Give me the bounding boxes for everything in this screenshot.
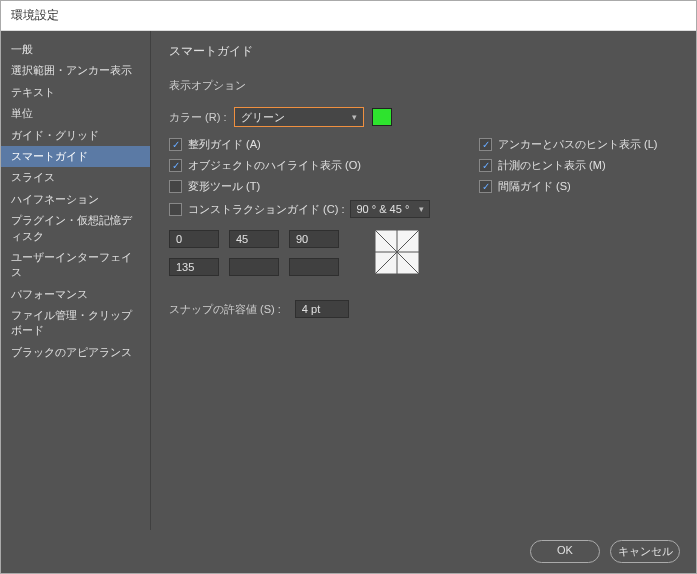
panel-title: スマートガイド (169, 43, 678, 60)
sidebar-item[interactable]: 一般 (1, 39, 150, 60)
sidebar-item[interactable]: プラグイン・仮想記憶ディスク (1, 210, 150, 247)
checkbox[interactable]: ✓ (479, 138, 492, 151)
sidebar-item[interactable]: 選択範囲・アンカー表示 (1, 60, 150, 81)
sidebar-item[interactable]: パフォーマンス (1, 284, 150, 305)
color-select-value: グリーン (241, 110, 285, 125)
chevron-down-icon: ▾ (352, 112, 357, 122)
snap-input[interactable]: 4 pt (295, 300, 349, 318)
color-label: カラー (R) : (169, 110, 226, 125)
sidebar-item[interactable]: ファイル管理・クリップボード (1, 305, 150, 342)
sidebar-item[interactable]: 単位 (1, 103, 150, 124)
checkbox[interactable] (169, 180, 182, 193)
color-swatch (372, 108, 392, 126)
angle-input[interactable] (229, 258, 279, 276)
ok-button[interactable]: OK (530, 540, 600, 563)
checkbox-label: コンストラクションガイド (C) : (188, 202, 344, 217)
sidebar-item[interactable]: ガイド・グリッド (1, 125, 150, 146)
checkbox[interactable]: ✓ (479, 180, 492, 193)
footer: OK キャンセル (1, 530, 696, 573)
angle-input[interactable] (289, 258, 339, 276)
sidebar-item[interactable]: ハイフネーション (1, 189, 150, 210)
sidebar-item[interactable]: ユーザーインターフェイス (1, 247, 150, 284)
checkbox-label: 変形ツール (T) (188, 179, 260, 194)
angle-input[interactable]: 0 (169, 230, 219, 248)
color-select[interactable]: グリーン ▾ (234, 107, 364, 127)
checkbox[interactable]: ✓ (479, 159, 492, 172)
sidebar-item[interactable]: スマートガイド (1, 146, 150, 167)
main-panel: スマートガイド 表示オプション カラー (R) : グリーン ▾ ✓整列ガイド … (151, 31, 696, 530)
angle-input[interactable]: 45 (229, 230, 279, 248)
sidebar-item[interactable]: スライス (1, 167, 150, 188)
snap-label: スナップの許容値 (S) : (169, 302, 281, 317)
checkbox[interactable] (169, 203, 182, 216)
cancel-button[interactable]: キャンセル (610, 540, 680, 563)
group-title: 表示オプション (169, 78, 678, 93)
sidebar-item[interactable]: ブラックのアピアランス (1, 342, 150, 363)
checkbox[interactable]: ✓ (169, 159, 182, 172)
window-title: 環境設定 (1, 1, 696, 31)
checkbox-label: オブジェクトのハイライト表示 (O) (188, 158, 361, 173)
checkbox-label: 計測のヒント表示 (M) (498, 158, 606, 173)
checkbox-label: 間隔ガイド (S) (498, 179, 571, 194)
angle-input[interactable]: 90 (289, 230, 339, 248)
angle-input[interactable]: 135 (169, 258, 219, 276)
checkbox-label: アンカーとパスのヒント表示 (L) (498, 137, 658, 152)
sidebar: 一般選択範囲・アンカー表示テキスト単位ガイド・グリッドスマートガイドスライスハイ… (1, 31, 151, 530)
checkbox[interactable]: ✓ (169, 138, 182, 151)
checkbox-label: 整列ガイド (A) (188, 137, 261, 152)
construction-select[interactable]: 90 ° & 45 °▾ (350, 200, 430, 218)
angle-diagram (375, 230, 419, 274)
sidebar-item[interactable]: テキスト (1, 82, 150, 103)
